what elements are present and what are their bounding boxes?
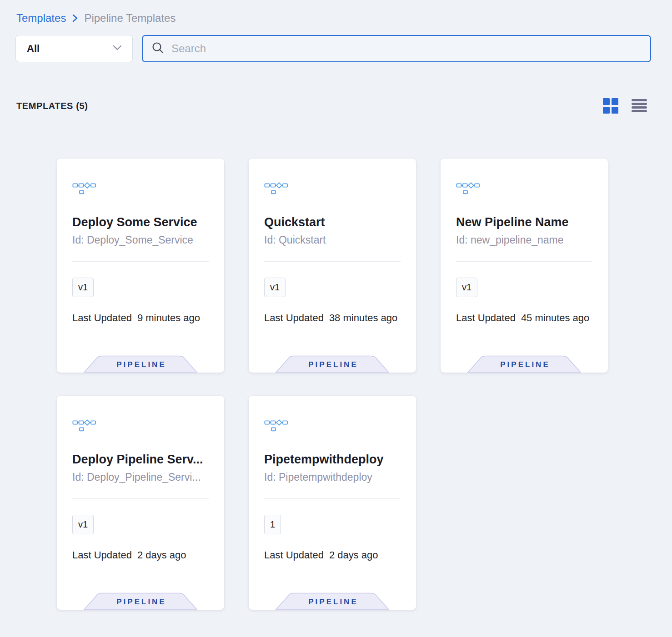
- breadcrumb-current: Pipeline Templates: [84, 12, 176, 25]
- version-badge: v1: [72, 278, 94, 297]
- search-input[interactable]: [171, 42, 642, 55]
- template-id: Id: new_pipeline_name: [456, 234, 592, 246]
- pipeline-graph-icon: [72, 418, 209, 434]
- pipeline-graph-icon: [264, 181, 401, 197]
- list-view-button[interactable]: [632, 99, 647, 113]
- last-updated-label: Last Updated: [264, 312, 324, 324]
- template-id: Id: Deploy_Pipeline_Servi...: [72, 471, 209, 483]
- card-divider: [264, 498, 401, 499]
- pipeline-tag-label: PIPELINE: [84, 597, 197, 607]
- card-divider: [264, 261, 401, 262]
- version-badge: 1: [264, 515, 281, 534]
- pipeline-tag-label: PIPELINE: [84, 360, 197, 369]
- search-box[interactable]: [142, 35, 651, 62]
- version-badge: v1: [72, 515, 94, 534]
- template-card[interactable]: Deploy Some Service Id: Deploy_Some_Serv…: [57, 159, 224, 373]
- breadcrumb-link-templates[interactable]: Templates: [16, 12, 66, 25]
- list-view-icon: [632, 99, 647, 113]
- template-name: Deploy Some Service: [72, 215, 209, 229]
- pipeline-graph-icon: [456, 181, 592, 197]
- template-name: Pipetempwithdeploy: [264, 453, 401, 467]
- templates-grid: Deploy Some Service Id: Deploy_Some_Serv…: [57, 159, 608, 610]
- last-updated-label: Last Updated: [72, 549, 132, 561]
- pipeline-tag: PIPELINE: [276, 592, 389, 610]
- filter-dropdown-value: All: [27, 43, 40, 55]
- controls-row: All: [15, 35, 651, 62]
- version-badge: v1: [264, 278, 286, 297]
- template-card[interactable]: Pipetempwithdeploy Id: Pipetempwithdeplo…: [249, 396, 416, 610]
- pipeline-graph-icon: [264, 418, 401, 434]
- last-updated-label: Last Updated: [456, 312, 516, 324]
- template-name: Quickstart: [264, 215, 401, 229]
- pipeline-graph-icon: [72, 181, 209, 197]
- pipeline-tag-label: PIPELINE: [467, 360, 581, 369]
- card-divider: [72, 261, 209, 262]
- template-name: Deploy Pipeline Serv...: [72, 453, 209, 467]
- pipeline-tag: PIPELINE: [467, 355, 581, 373]
- pipeline-tag-label: PIPELINE: [276, 360, 389, 369]
- chevron-down-icon: [112, 45, 122, 53]
- filter-dropdown[interactable]: All: [15, 35, 133, 62]
- section-header: TEMPLATES (5): [16, 98, 647, 114]
- card-divider: [456, 261, 592, 262]
- pipeline-tag: PIPELINE: [84, 592, 197, 610]
- template-id: Id: Deploy_Some_Service: [72, 234, 209, 246]
- pipeline-tag: PIPELINE: [276, 355, 389, 373]
- pipeline-tag: PIPELINE: [84, 355, 197, 373]
- view-toggles: [603, 98, 647, 114]
- breadcrumb: Templates Pipeline Templates: [16, 12, 176, 25]
- last-updated-value: 45 minutes ago: [521, 312, 589, 324]
- template-id: Id: Quickstart: [264, 234, 401, 246]
- template-card[interactable]: Quickstart Id: Quickstart v1 Last Update…: [249, 159, 416, 373]
- last-updated-value: 38 minutes ago: [329, 312, 397, 324]
- last-updated-label: Last Updated: [264, 549, 324, 561]
- last-updated-label: Last Updated: [72, 312, 132, 324]
- pipeline-tag-label: PIPELINE: [276, 597, 389, 607]
- last-updated-value: 2 days ago: [329, 549, 378, 561]
- version-badge: v1: [456, 278, 477, 297]
- search-icon: [151, 41, 165, 56]
- last-updated-value: 9 minutes ago: [137, 312, 200, 324]
- template-card[interactable]: Deploy Pipeline Serv... Id: Deploy_Pipel…: [57, 396, 224, 610]
- templates-count-title: TEMPLATES (5): [16, 101, 88, 111]
- chevron-right-icon: [71, 14, 79, 23]
- grid-view-icon: [603, 98, 618, 114]
- card-divider: [72, 498, 209, 499]
- template-name: New Pipeline Name: [456, 215, 592, 229]
- template-card[interactable]: New Pipeline Name Id: new_pipeline_name …: [441, 159, 608, 373]
- last-updated-value: 2 days ago: [137, 549, 186, 561]
- grid-view-button[interactable]: [603, 98, 618, 114]
- template-id: Id: Pipetempwithdeploy: [264, 471, 401, 483]
